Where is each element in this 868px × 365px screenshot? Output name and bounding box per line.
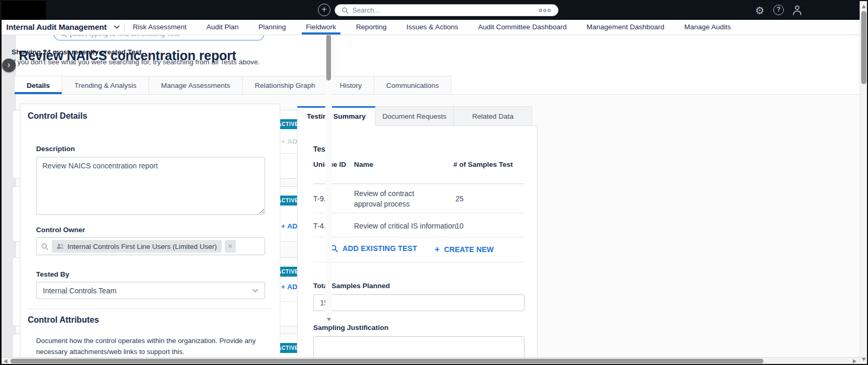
testing-summary-panel: Test Unique ID Name # of Samples Test T-…	[297, 126, 538, 361]
modal-scrollbar[interactable]	[325, 24, 332, 326]
nav-items: Risk Assessment Audit Plan Planning Fiel…	[132, 20, 732, 35]
tab-trending-analysis[interactable]: Trending & Analysis	[62, 76, 149, 94]
search-input[interactable]	[352, 6, 539, 14]
owner-tag-label: Internal Controls First Line Users (Limi…	[67, 243, 217, 250]
control-details-heading: Control Details	[28, 111, 87, 121]
nav-item-fieldwork[interactable]: Fieldwork	[305, 20, 337, 35]
user-profile-icon[interactable]	[792, 4, 803, 16]
description-textarea[interactable]	[36, 157, 265, 215]
chevron-down-icon	[252, 289, 258, 293]
description-label: Description	[36, 145, 75, 153]
nav-item-issues-actions[interactable]: Issues & Actions	[405, 20, 459, 35]
tab-details[interactable]: Details	[14, 76, 62, 94]
scrollbar-thumb[interactable]	[10, 359, 763, 363]
create-new-link[interactable]: + CREATE NEW	[435, 244, 494, 255]
showing-count-text: Showing 24 most recently created Test	[12, 48, 142, 56]
divider	[124, 23, 125, 32]
scroll-down-arrow[interactable]	[327, 318, 331, 321]
tab-testing-summary[interactable]: Testing Summary	[297, 106, 375, 126]
control-attributes-help: Document how the control operates within…	[36, 335, 272, 357]
control-owner-label: Control Owner	[36, 226, 85, 234]
row-samples: 10	[455, 221, 464, 232]
scrollbar-thumb[interactable]	[861, 11, 866, 84]
test-section-label: Test	[313, 145, 522, 153]
group-icon	[56, 243, 64, 249]
nav-item-reporting[interactable]: Reporting	[355, 20, 388, 35]
nav-item-audit-plan[interactable]: Audit Plan	[205, 20, 240, 35]
tested-by-value: Internal Controls Team	[43, 287, 252, 295]
col-samples: # of Samples Test	[453, 161, 513, 168]
search-hint-text: If you don't see what you were searching…	[12, 58, 260, 66]
remove-owner-button[interactable]: ×	[225, 240, 236, 253]
add-existing-test-link[interactable]: ADD EXISTING TEST	[330, 244, 417, 253]
total-samples-input[interactable]	[313, 294, 524, 311]
scroll-up-arrow[interactable]	[862, 5, 866, 8]
divider	[313, 213, 524, 213]
gear-icon[interactable]: ⚙	[755, 4, 764, 17]
owner-tag: Internal Controls First Line Users (Limi…	[52, 240, 222, 253]
row-samples: 25	[455, 194, 464, 204]
divider	[313, 262, 524, 263]
tab-history[interactable]: History	[327, 76, 374, 94]
tested-by-label: Tested By	[36, 270, 70, 278]
chevron-down-icon[interactable]	[114, 25, 120, 29]
nav-item-risk-assessment[interactable]: Risk Assessment	[132, 20, 188, 35]
tab-document-requests[interactable]: Document Requests	[375, 106, 454, 126]
nav-item-management-dashboard[interactable]: Management Dashboard	[586, 20, 666, 35]
create-new-label: CREATE NEW	[444, 245, 494, 254]
record-tabs: Details Trending & Analysis Manage Asses…	[14, 76, 868, 95]
nav-item-audit-committee-dashboard[interactable]: Audit Committee Dashboard	[477, 20, 568, 35]
scroll-down-arrow[interactable]	[862, 358, 866, 361]
module-nav-bar: Internal Audit Management Risk Assessmen…	[0, 20, 868, 35]
row-name: Review of contract approval process	[354, 189, 444, 209]
nav-item-manage-audits[interactable]: Manage Audits	[683, 20, 732, 35]
plus-icon: +	[435, 244, 440, 255]
top-bar: + ooo ⚙ ?	[0, 0, 868, 20]
row-name: Review of critical IS information	[354, 221, 453, 232]
scroll-left-arrow[interactable]	[4, 359, 7, 363]
tab-communications[interactable]: Communications	[374, 76, 452, 94]
sampling-justification-label: Sampling Justification	[313, 324, 389, 332]
control-attributes-heading: Control Attributes	[28, 315, 99, 325]
testing-tabs: Testing Summary Document Requests Relate…	[297, 106, 532, 126]
search-icon	[341, 7, 349, 14]
global-search[interactable]: ooo	[335, 4, 558, 16]
search-icon	[41, 243, 49, 250]
tab-related-data[interactable]: Related Data	[454, 106, 532, 126]
nav-item-planning[interactable]: Planning	[257, 20, 287, 35]
app-window: + ooo ⚙ ? Internal Audit Management Risk…	[0, 0, 868, 365]
add-existing-test-label: ADD EXISTING TEST	[342, 244, 417, 253]
divider	[313, 237, 524, 237]
control-owner-field[interactable]: Internal Controls First Line Users (Limi…	[36, 237, 265, 255]
tab-manage-assessments[interactable]: Manage Assessments	[149, 76, 242, 94]
vertical-scrollbar[interactable]	[860, 1, 867, 364]
tab-relationship-graph[interactable]: Relationship Graph	[242, 76, 327, 94]
col-name: Name	[354, 161, 373, 168]
help-icon[interactable]: ?	[773, 5, 784, 15]
product-name[interactable]: Internal Audit Management	[6, 20, 107, 35]
search-overflow-indicator[interactable]: ooo	[539, 7, 552, 13]
divider	[28, 309, 272, 309]
scroll-right-arrow[interactable]	[853, 359, 856, 363]
scrollbar-thumb[interactable]	[326, 35, 331, 81]
tested-by-select[interactable]: Internal Controls Team	[36, 282, 265, 299]
divider	[313, 184, 524, 184]
add-icon[interactable]: +	[318, 4, 330, 16]
horizontal-scrollbar[interactable]	[2, 357, 860, 364]
control-details-card: Control Details Description Control Owne…	[20, 104, 280, 361]
logo-block	[0, 0, 46, 20]
